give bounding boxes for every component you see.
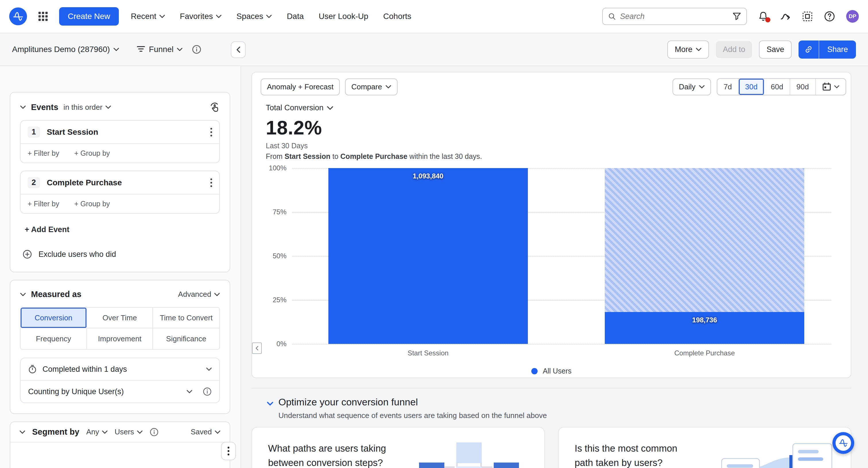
save-button[interactable]: Save [759, 40, 792, 59]
chevron-down-icon [834, 85, 839, 88]
compare-button[interactable]: Compare [345, 79, 398, 95]
analysis-toolbar: Amplitunes Demo (287960) Funnel More Add… [0, 33, 868, 66]
nav-item-favorites[interactable]: Favorites [173, 7, 229, 26]
nav-item-spaces[interactable]: Spaces [229, 7, 279, 26]
collapse-chevron-icon[interactable] [20, 106, 26, 109]
date-range-control: 7d 30d 60d 90d [717, 78, 846, 95]
measure-tabs: Conversion Over Time Time to Convert Fre… [20, 307, 220, 350]
nav-item-user-lookup[interactable]: User Look-Up [311, 7, 376, 26]
help-button[interactable] [824, 11, 835, 22]
amplitude-logo[interactable] [9, 7, 27, 25]
tab-time-to-convert[interactable]: Time to Convert [153, 308, 219, 328]
search-filter-icon[interactable] [733, 12, 741, 20]
collapse-chevron-icon[interactable] [20, 430, 25, 434]
notification-dot [765, 17, 770, 22]
conversion-window-selector[interactable]: Completed within 1 days [21, 358, 219, 380]
select-events-button[interactable] [209, 102, 220, 113]
project-selector[interactable]: Amplitunes Demo (287960) [12, 45, 119, 54]
y-axis-tick: 0% [260, 340, 286, 348]
search-box[interactable] [602, 8, 747, 25]
event-name[interactable]: Start Session [47, 127, 98, 137]
conversion-value: 18.2% [266, 116, 851, 139]
event-menu-button[interactable] [210, 127, 212, 137]
bar-solid: 198,736 [605, 312, 804, 344]
add-event-button[interactable]: + Add Event [25, 225, 69, 234]
event-order-selector[interactable]: in this order [63, 103, 111, 112]
chart-legend[interactable]: All Users [252, 367, 851, 375]
granularity-selector[interactable]: Daily [673, 79, 711, 95]
tab-improvement[interactable]: Improvement [87, 328, 153, 349]
labs-button[interactable] [802, 11, 813, 22]
event-name[interactable]: Complete Purchase [47, 178, 122, 187]
amplitude-assistant-fab[interactable] [832, 432, 854, 454]
main-content: Anomaly + Forecast Compare Daily 7d [241, 66, 868, 468]
sidebar-collapse-button[interactable] [231, 41, 246, 58]
event-menu-button[interactable] [210, 178, 212, 187]
metric-description: From Start Session to Complete Purchase … [266, 152, 851, 160]
more-button[interactable]: More [668, 40, 709, 59]
range-90d[interactable]: 90d [790, 79, 816, 95]
tab-conversion[interactable]: Conversion [21, 308, 87, 328]
metric-selector[interactable]: Total Conversion [266, 104, 851, 112]
segment-entity-selector[interactable]: Users [115, 428, 143, 436]
funnel-bar-complete-purchase[interactable]: 198,736 [605, 168, 804, 344]
counting-by-selector[interactable]: Counting by Unique User(s) [21, 380, 219, 403]
chart-type-selector[interactable]: Funnel [136, 45, 183, 54]
share-button[interactable]: Share [819, 40, 856, 59]
filter-by-button[interactable]: + Filter by [28, 149, 59, 157]
segment-match-selector[interactable]: Any [86, 428, 107, 436]
scroll-left-button[interactable] [252, 343, 262, 354]
create-new-button[interactable]: Create New [59, 7, 119, 26]
event-row-start-session[interactable]: 1 Start Session + Filter by + Group by [20, 120, 220, 163]
tab-over-time[interactable]: Over Time [87, 308, 153, 328]
tab-frequency[interactable]: Frequency [21, 328, 87, 349]
funnel-chart-card: Anomaly + Forecast Compare Daily 7d [251, 72, 851, 378]
metric-summary: Total Conversion 18.2% Last 30 Days From… [266, 104, 851, 160]
copy-link-button[interactable] [799, 40, 819, 59]
chevron-down-icon [216, 14, 222, 18]
apps-grid-icon[interactable] [38, 12, 48, 21]
chart-info-button[interactable] [192, 45, 202, 54]
group-by-button[interactable]: + Group by [74, 149, 110, 157]
link-icon [804, 45, 813, 54]
filter-by-button[interactable]: + Filter by [28, 200, 59, 208]
add-to-button[interactable]: Add to [716, 41, 752, 58]
conversion-settings: Completed within 1 days Counting by Uniq… [20, 358, 220, 403]
info-icon[interactable] [203, 387, 212, 396]
saved-segments-selector[interactable]: Saved [191, 428, 220, 436]
anomaly-forecast-button[interactable]: Anomaly + Forecast [260, 79, 340, 95]
range-7d[interactable]: 7d [717, 79, 739, 95]
event-row-complete-purchase[interactable]: 2 Complete Purchase + Filter by + Group … [20, 171, 220, 214]
nav-item-data[interactable]: Data [279, 7, 311, 26]
collapse-chevron-icon[interactable] [267, 402, 273, 406]
y-axis-tick: 50% [260, 252, 286, 260]
funnel-bar-start-session[interactable]: 1,093,840 [329, 168, 528, 344]
search-input[interactable] [620, 12, 728, 21]
chevron-down-icon [327, 106, 333, 110]
chevron-left-icon [236, 47, 240, 53]
exclude-users-button[interactable]: Exclude users who did [22, 250, 220, 259]
range-30d[interactable]: 30d [739, 79, 764, 95]
nav-item-recent[interactable]: Recent [123, 7, 173, 26]
plus-circle-icon [22, 250, 32, 259]
funnel-plot: 100% 75% 50% 25% 0% 1,093,840 198,736 [292, 168, 831, 344]
hand-select-icon [209, 102, 220, 113]
info-icon[interactable] [150, 428, 159, 437]
sidebar-more-button[interactable] [221, 442, 236, 460]
custom-date-button[interactable] [816, 79, 846, 95]
insights-title: Optimize your conversion funnel [278, 397, 851, 408]
funnel-icon [136, 45, 146, 54]
tab-significance[interactable]: Significance [153, 328, 219, 349]
pathfinder-button[interactable] [780, 11, 791, 22]
collapse-chevron-icon[interactable] [20, 293, 26, 296]
notifications-button[interactable] [758, 11, 769, 22]
insight-card-paths[interactable]: What paths are users taking between conv… [251, 427, 545, 468]
search-icon [608, 12, 616, 20]
group-by-button[interactable]: + Group by [74, 200, 110, 208]
range-60d[interactable]: 60d [764, 79, 790, 95]
nav-right-group: DP [602, 8, 859, 25]
user-avatar[interactable]: DP [846, 10, 859, 23]
insight-card-common-path[interactable]: Is this the most common path taken by us… [558, 427, 851, 468]
nav-item-cohorts[interactable]: Cohorts [376, 7, 419, 26]
advanced-selector[interactable]: Advanced [178, 290, 220, 299]
